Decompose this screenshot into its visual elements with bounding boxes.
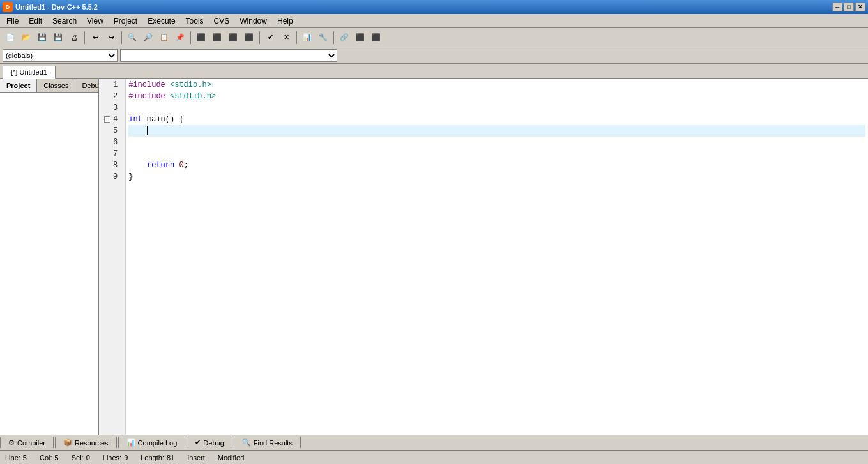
length-value: 81 <box>167 454 174 461</box>
menu-window[interactable]: Window <box>234 15 272 27</box>
uncomment-button[interactable]: ⬛ <box>241 30 257 45</box>
resources-tab-label: Resources <box>75 439 109 447</box>
indent-button[interactable]: ⬛ <box>194 30 209 45</box>
toolbar-btn-4[interactable]: 📌 <box>172 30 188 45</box>
toolbar-btn-extra2[interactable]: ⬛ <box>369 30 384 45</box>
toolbar-btn-3[interactable]: 📋 <box>156 30 172 45</box>
bottom-tabs: ⚙ Compiler 📦 Resources 📊 Compile Log ✔ D… <box>0 435 868 450</box>
code-content[interactable]: #include <stdio.h> #include <stdlib.h> i… <box>126 79 868 435</box>
menu-tools[interactable]: Tools <box>181 15 209 27</box>
comment-button[interactable]: ⬛ <box>225 30 241 45</box>
profile-button[interactable]: 🔧 <box>316 30 331 45</box>
app-title: Untitled1 - Dev-C++ 5.5.2 <box>15 3 98 11</box>
fold-icon-4[interactable]: − <box>104 116 110 123</box>
toolbar: 📄 📂 💾 💾 🖨 ↩ ↪ 🔍 🔎 📋 📌 ⬛ ⬛ ⬛ ⬛ ✔ ✕ 📊 🔧 🔗 … <box>0 28 868 47</box>
unindent-button[interactable]: ⬛ <box>209 30 225 45</box>
bottom-tab-compiler[interactable]: ⚙ Compiler <box>0 437 54 448</box>
status-lines: Lines: 9 <box>103 454 128 461</box>
print-button[interactable]: 🖨 <box>66 30 82 45</box>
col-label: Col: <box>40 454 52 461</box>
code-line-3 <box>128 102 865 114</box>
sel-label: Sel: <box>72 454 84 461</box>
search-button[interactable]: 🔍 <box>125 30 140 45</box>
save-all-button[interactable]: 💾 <box>50 30 66 45</box>
maximize-button[interactable]: □ <box>844 3 854 11</box>
menu-cvs[interactable]: CVS <box>209 15 235 27</box>
sidebar-content <box>0 93 98 435</box>
close-button[interactable]: ✕ <box>855 3 865 11</box>
debug-tab-label: Debug <box>203 439 224 447</box>
toolbar-sep-3 <box>190 31 191 44</box>
bottom-tab-resources[interactable]: 📦 Resources <box>55 437 117 448</box>
code-line-9: } <box>128 171 865 183</box>
bottom-tab-compile-log[interactable]: 📊 Compile Log <box>118 437 186 448</box>
menu-edit[interactable]: Edit <box>24 15 47 27</box>
bookmark-button[interactable]: 🔗 <box>337 30 352 45</box>
debug-icon: ✔ <box>195 438 201 447</box>
line-num-7: 7 <box>104 148 120 160</box>
undo-button[interactable]: ↩ <box>88 30 103 45</box>
title-bar: D Untitled1 - Dev-C++ 5.5.2 ─ □ ✕ <box>0 0 868 14</box>
menu-search[interactable]: Search <box>47 15 82 27</box>
new-button[interactable]: 📄 <box>3 30 18 45</box>
toolbar-sep-2 <box>121 31 122 44</box>
code-view: 1 2 3 −4 5 6 7 8 9 #include <stdio.h> #i… <box>99 79 868 435</box>
redo-button[interactable]: ↪ <box>103 30 119 45</box>
length-label: Length: <box>141 454 164 461</box>
line-num-5: 5 <box>104 125 120 137</box>
menu-bar: File Edit Search View Project Execute To… <box>0 14 868 28</box>
bottom-tab-find-results[interactable]: 🔍 Find Results <box>234 437 301 448</box>
mode-value: Insert <box>187 454 205 461</box>
debug-chart-button[interactable]: 📊 <box>300 30 315 45</box>
toolbar-sep-6 <box>333 31 334 44</box>
toolbar-sep-5 <box>296 31 297 44</box>
open-button[interactable]: 📂 <box>19 30 34 45</box>
menu-file[interactable]: File <box>1 15 24 27</box>
line-num-6: 6 <box>104 137 120 148</box>
minimize-button[interactable]: ─ <box>832 3 842 11</box>
toolbar2: (globals) <box>0 47 868 64</box>
line-num-1: 1 <box>104 79 120 91</box>
compile-button[interactable]: ✔ <box>263 30 278 45</box>
compile-log-icon: 📊 <box>126 438 135 447</box>
run-button[interactable]: ✕ <box>278 30 294 45</box>
code-line-8: return 0; <box>128 160 865 171</box>
code-line-6 <box>128 137 865 148</box>
line-num-8: 8 <box>104 160 120 171</box>
menu-help[interactable]: Help <box>272 15 298 27</box>
menu-project[interactable]: Project <box>109 15 142 27</box>
code-line-2: #include <stdlib.h> <box>128 91 865 102</box>
code-line-7 <box>128 148 865 160</box>
status-col: Col: 5 <box>40 454 59 461</box>
line-num-2: 2 <box>104 91 120 102</box>
lines-label: Lines: <box>103 454 121 461</box>
menu-execute[interactable]: Execute <box>142 15 180 27</box>
scope-dropdown[interactable]: (globals) <box>3 49 118 62</box>
modified-value: Modified <box>218 454 245 461</box>
menu-view[interactable]: View <box>82 15 109 27</box>
sidebar-tab-classes[interactable]: Classes <box>37 79 75 92</box>
editor-area[interactable]: 1 2 3 −4 5 6 7 8 9 #include <stdio.h> #i… <box>99 79 868 435</box>
editor-tab-untitled1[interactable]: [*] Untitled1 <box>3 66 56 79</box>
toolbar-sep-1 <box>84 31 85 44</box>
status-sel: Sel: 0 <box>72 454 90 461</box>
toolbar-sep-4 <box>259 31 260 44</box>
bottom-tab-debug[interactable]: ✔ Debug <box>187 437 232 448</box>
toolbar-btn-extra1[interactable]: ⬛ <box>353 30 368 45</box>
resources-icon: 📦 <box>63 438 72 447</box>
editor-tab-bar: [*] Untitled1 <box>0 64 868 79</box>
line-num-4: −4 <box>104 114 120 125</box>
line-num-9: 9 <box>104 171 120 183</box>
sidebar-tab-project[interactable]: Project <box>0 79 37 92</box>
sidebar: Project Classes Debug <box>0 79 99 435</box>
compiler-tab-label: Compiler <box>17 439 45 447</box>
function-dropdown[interactable] <box>120 49 337 62</box>
lines-value: 9 <box>124 454 128 461</box>
code-line-4: int main() { <box>128 114 865 125</box>
save-button[interactable]: 💾 <box>34 30 50 45</box>
code-line-5 <box>128 125 865 137</box>
status-mode: Insert <box>187 454 205 461</box>
replace-button[interactable]: 🔎 <box>141 30 156 45</box>
find-results-icon: 🔍 <box>242 438 251 447</box>
compile-log-tab-label: Compile Log <box>138 439 178 447</box>
